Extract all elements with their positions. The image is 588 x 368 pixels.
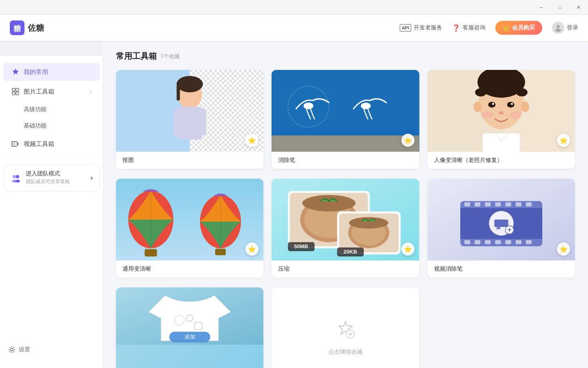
api-icon: API (400, 24, 411, 31)
cards-grid-row1: ⭐ 抠图 (116, 70, 575, 169)
login-area[interactable]: 登录 (552, 22, 578, 34)
card-matting-image: ⭐ (116, 70, 263, 152)
video-icon (11, 140, 20, 148)
card-enhance-title: 通用变清晰 (116, 260, 263, 278)
add-favorite-text: 点击继续收藏 (328, 348, 363, 356)
section-header: 常用工具箱 7个收藏 (116, 51, 575, 62)
svg-rect-55 (145, 249, 157, 256)
card-video-erase-image: ⭐ (428, 179, 575, 260)
team-text: 进入团队模式 团队成员可共享算粒 (26, 170, 87, 185)
card-portrait[interactable]: ⭐ 人像变清晰（老照片修复） (428, 70, 575, 169)
maximize-button[interactable]: □ (550, 0, 569, 15)
svg-rect-82 (495, 202, 501, 206)
settings-item[interactable]: 设置 (8, 343, 95, 357)
card-enhance-image: ⭐ (116, 179, 263, 260)
sidebar-item-image-toolbox[interactable]: 图片工具箱 › (3, 83, 100, 101)
svg-rect-31 (272, 135, 419, 152)
svg-rect-83 (505, 202, 511, 206)
vip-button[interactable]: 👑 会员购买 (495, 21, 542, 35)
titlebar: ─ □ ✕ (0, 0, 588, 15)
svg-point-46 (507, 102, 514, 108)
card-add-favorite[interactable]: 点击继续收藏 (272, 287, 419, 368)
svg-point-2 (557, 25, 560, 28)
svg-point-43 (473, 101, 481, 112)
svg-rect-91 (515, 240, 521, 244)
svg-point-44 (521, 101, 529, 112)
svg-point-33 (304, 103, 314, 109)
card-portrait-favorite[interactable]: ⭐ (557, 134, 570, 147)
card-erase-pen[interactable]: ⭐ 消除笔 (272, 70, 419, 169)
sidebar-divider (7, 157, 96, 157)
svg-point-16 (11, 348, 13, 351)
sidebar-subitem-advanced[interactable]: 高级功能 (3, 102, 100, 117)
close-button[interactable]: ✕ (569, 0, 588, 15)
svg-rect-5 (16, 88, 19, 91)
card-enhance[interactable]: ⭐ 通用变清晰 (116, 179, 263, 278)
sidebar-subitem-basic[interactable]: 基础功能 (3, 118, 100, 134)
main-content: 常用工具箱 7个收藏 (103, 41, 588, 368)
svg-text:添加: 添加 (185, 334, 195, 340)
section-badge: 7个收藏 (161, 53, 180, 60)
customer-service-link[interactable]: ❓ 客服咨询 (452, 24, 486, 32)
card-compress[interactable]: 50MB 20KB ⭐ 压缩 (272, 179, 419, 278)
card-video-erase-favorite[interactable]: ⭐ (557, 242, 570, 256)
card-erase-pen-title: 消除笔 (272, 152, 419, 169)
svg-rect-7 (16, 92, 19, 95)
svg-rect-26 (200, 109, 206, 135)
titlebar-controls: ─ □ ✕ (532, 0, 588, 15)
logo-icon: 糖 (10, 20, 24, 35)
svg-point-47 (492, 103, 494, 105)
card-portrait-title: 人像变清晰（老照片修复） (428, 152, 575, 169)
add-favorite-icon (334, 318, 357, 345)
svg-point-48 (511, 103, 513, 105)
header: 糖 佐糖 API 开发者服务 ❓ 客服咨询 👑 会员购买 登录 (0, 15, 588, 41)
card-compress-title: 压缩 (272, 260, 419, 278)
svg-rect-86 (464, 240, 470, 244)
svg-rect-90 (505, 240, 511, 244)
svg-point-45 (488, 102, 495, 108)
card-compress-image: 50MB 20KB ⭐ (272, 179, 419, 260)
svg-rect-79 (464, 202, 470, 206)
svg-rect-80 (474, 202, 480, 206)
section-title: 常用工具箱 (116, 51, 157, 62)
card-portrait-image: ⭐ (428, 70, 575, 152)
svg-point-12 (13, 175, 16, 178)
question-icon: ❓ (452, 24, 460, 32)
svg-rect-24 (178, 107, 202, 139)
svg-text:糖: 糖 (13, 25, 21, 33)
card-compress-favorite[interactable]: ⭐ (401, 242, 414, 256)
vip-icon: 👑 (503, 25, 510, 31)
sidebar: 我的常用 图片工具箱 › 高级功能 基础功能 (0, 56, 103, 368)
svg-point-34 (361, 103, 371, 109)
card-matting[interactable]: ⭐ 抠图 (116, 70, 263, 169)
card-tshirt[interactable]: 添加 (116, 287, 263, 368)
cards-grid-row2: ⭐ 通用变清晰 (116, 179, 575, 278)
sidebar-team-mode[interactable]: 进入团队模式 团队成员可共享算粒 › (3, 164, 100, 191)
svg-rect-25 (174, 109, 180, 135)
team-arrow-icon: › (91, 174, 93, 182)
sidebar-item-video-toolbox[interactable]: 视频工具箱 (3, 135, 100, 153)
svg-rect-6 (12, 92, 15, 95)
dev-service-link[interactable]: API 开发者服务 (400, 24, 442, 31)
svg-point-3 (555, 29, 561, 32)
card-erase-pen-favorite[interactable]: ⭐ (401, 134, 414, 147)
svg-point-13 (16, 175, 19, 178)
star-icon (11, 68, 20, 76)
svg-point-15 (15, 180, 20, 182)
card-video-erase[interactable]: ⭐ 视频消除笔 (428, 179, 575, 278)
svg-rect-92 (526, 240, 532, 244)
sidebar-item-my-favorites[interactable]: 我的常用 (3, 63, 100, 81)
svg-point-51 (510, 112, 521, 118)
svg-marker-9 (17, 142, 19, 146)
app-layout: 我的常用 图片工具箱 › 高级功能 基础功能 (0, 15, 588, 368)
svg-point-49 (499, 111, 503, 114)
svg-text:50MB: 50MB (294, 243, 308, 249)
svg-rect-84 (515, 202, 521, 206)
minimize-button[interactable]: ─ (532, 0, 550, 15)
logo: 糖 佐糖 (10, 20, 44, 35)
svg-point-50 (481, 112, 492, 118)
svg-rect-59 (215, 249, 226, 255)
avatar (552, 22, 564, 34)
svg-point-27 (177, 76, 203, 92)
grid-icon (11, 88, 20, 96)
